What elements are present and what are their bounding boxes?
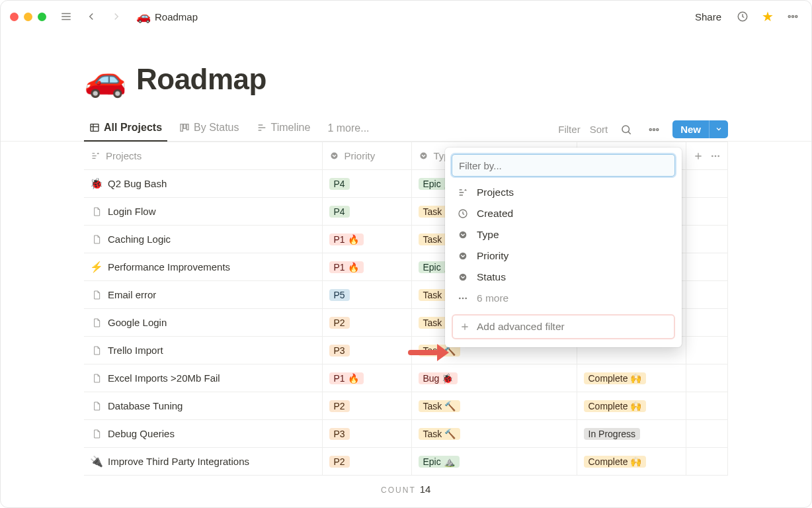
filter-option-projects[interactable]: Projects	[452, 182, 675, 203]
row-title: Improve Third Party Integrations	[108, 456, 249, 467]
filter-option-label: Priority	[477, 250, 508, 262]
filter-popover: ProjectsCreatedTypePriorityStatus 6 more…	[445, 148, 682, 347]
row-title: Database Tuning	[108, 400, 183, 411]
filter-option-priority[interactable]: Priority	[452, 245, 675, 267]
row-title: Trello Import	[108, 345, 163, 356]
table-row[interactable]: Excel Imports >20Mb Fail P1 🔥 Bug 🐞 Comp…	[84, 364, 728, 392]
row-title: Email error	[108, 289, 156, 300]
filter-option-label: Created	[477, 208, 513, 220]
table-row[interactable]: Debug Queries P3 Task 🔨 In Progress	[84, 420, 728, 448]
page-icon	[91, 206, 102, 218]
table-row[interactable]: Database Tuning P2 Task 🔨 Complete 🙌	[84, 392, 728, 420]
tab-all-projects[interactable]: All Projects	[84, 118, 167, 142]
row-title: Excel Imports >20Mb Fail	[108, 372, 220, 384]
add-advanced-filter[interactable]: Add advanced filter	[452, 314, 675, 339]
breadcrumb[interactable]: 🚗 Roadmap	[132, 8, 202, 25]
svg-point-10	[653, 128, 655, 130]
svg-point-3	[795, 16, 797, 18]
filter-search-input[interactable]	[452, 154, 675, 177]
select-icon	[457, 251, 469, 261]
svg-point-8	[622, 126, 629, 133]
priority-pill: P1 🔥	[329, 372, 364, 384]
menu-icon[interactable]	[57, 7, 75, 26]
type-pill: Bug 🐞	[419, 372, 458, 384]
row-emoji-icon: 🐞	[91, 177, 102, 190]
more-views[interactable]: 1 more...	[322, 118, 374, 141]
priority-pill: P5	[329, 289, 350, 301]
page-icon	[91, 372, 102, 384]
share-button[interactable]: Share	[690, 9, 727, 25]
priority-pill: P3	[329, 428, 350, 440]
svg-point-21	[459, 298, 461, 300]
row-count: COUNT14	[84, 476, 728, 503]
tab-label: By Status	[194, 122, 239, 134]
new-dropdown[interactable]	[709, 120, 728, 138]
svg-point-20	[460, 274, 467, 281]
tab-timeline[interactable]: Timeline	[251, 118, 316, 142]
type-pill: Task 🔨	[419, 400, 461, 412]
database-table: Projects Priority Type Status	[1, 142, 811, 503]
filter-option-label: Status	[477, 271, 506, 283]
priority-pill: P2	[329, 400, 350, 412]
svg-point-1	[788, 16, 790, 18]
svg-rect-7	[186, 124, 188, 130]
priority-pill: P2	[329, 317, 350, 329]
filter-option-created[interactable]: Created	[452, 203, 675, 224]
view-tabs: All Projects By Status Timeline 1 more..…	[1, 106, 811, 142]
new-button-label: New	[672, 120, 709, 138]
minimize-window[interactable]	[24, 13, 32, 21]
svg-point-16	[717, 155, 719, 157]
window-controls	[10, 13, 46, 21]
table-row[interactable]: 🔌Improve Third Party Integrations P2 Epi…	[84, 448, 728, 476]
svg-rect-5	[181, 124, 183, 132]
svg-point-22	[462, 298, 464, 300]
svg-point-19	[460, 253, 467, 260]
select-icon	[457, 272, 469, 282]
search-icon[interactable]	[617, 120, 635, 139]
star-icon[interactable]: ★	[758, 7, 777, 26]
status-pill: Complete 🙌	[584, 372, 647, 384]
row-title: Q2 Bug Bash	[108, 178, 167, 189]
page-title[interactable]: Roadmap	[136, 63, 266, 96]
breadcrumb-icon: 🚗	[136, 9, 151, 24]
page-icon	[91, 317, 102, 329]
svg-point-11	[657, 128, 659, 130]
filter-option-status[interactable]: Status	[452, 267, 675, 288]
filter-option-type[interactable]: Type	[452, 224, 675, 245]
column-priority[interactable]: Priority	[322, 142, 411, 170]
svg-point-15	[715, 155, 717, 157]
row-emoji-icon: ⚡	[91, 261, 102, 273]
page-icon	[91, 400, 102, 412]
svg-point-23	[465, 298, 467, 300]
svg-point-9	[649, 128, 651, 130]
close-window[interactable]	[10, 13, 19, 21]
tab-label: All Projects	[104, 122, 162, 134]
annotation-arrow	[408, 344, 449, 361]
priority-pill: P4	[329, 206, 350, 218]
svg-point-2	[792, 16, 794, 18]
svg-point-13	[420, 153, 426, 159]
sort-button[interactable]: Sort	[590, 124, 608, 135]
svg-rect-6	[184, 124, 186, 129]
clock-icon[interactable]	[733, 7, 752, 26]
back-button[interactable]	[82, 7, 101, 26]
add-column[interactable]	[686, 142, 728, 170]
clock-icon	[457, 208, 469, 219]
more-icon[interactable]	[784, 7, 802, 26]
maximize-window[interactable]	[38, 13, 46, 21]
svg-point-12	[331, 153, 337, 159]
filter-button[interactable]: Filter	[558, 124, 580, 135]
topbar: 🚗 Roadmap Share ★	[1, 1, 811, 32]
row-title: Caching Logic	[108, 233, 171, 245]
status-pill: In Progress	[584, 428, 641, 440]
svg-point-14	[711, 155, 713, 157]
forward-button[interactable]	[107, 7, 126, 26]
view-options-icon[interactable]	[645, 120, 663, 139]
new-button[interactable]: New	[672, 120, 728, 138]
column-projects[interactable]: Projects	[84, 142, 322, 170]
page-icon[interactable]: 🚗	[84, 59, 127, 99]
row-title: Debug Queries	[108, 428, 175, 439]
tab-by-status[interactable]: By Status	[174, 118, 244, 142]
filter-more[interactable]: 6 more	[452, 288, 675, 309]
page-icon	[91, 428, 102, 440]
